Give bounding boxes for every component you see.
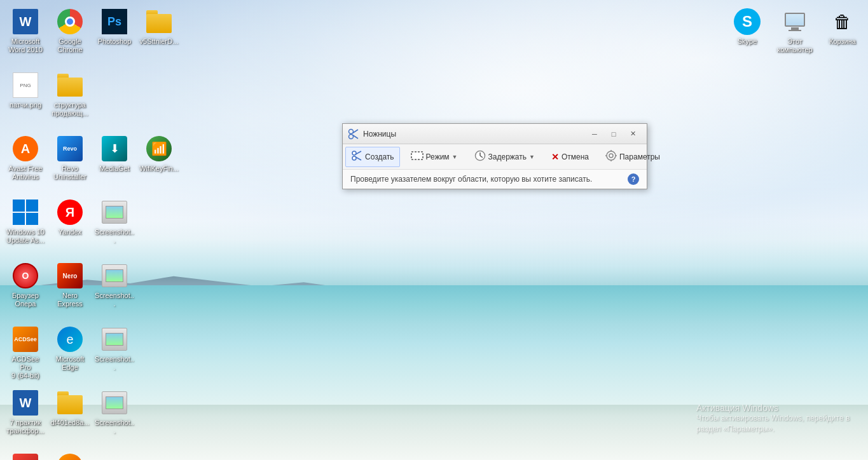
desktop-icon-word[interactable]: W MicrosoftWord 2010 [3,3,48,60]
recycle-icon-img: 🗑 [829,8,856,35]
svg-point-12 [609,154,613,158]
desktop-icon-revo[interactable]: Revo RevoUninstaller [48,130,92,187]
close-button[interactable]: ✕ [624,127,642,141]
desktop-icon-aimp[interactable]: ▶ AIMP [48,448,92,460]
maximize-button[interactable]: □ [605,127,623,141]
icon-grid: W MicrosoftWord 2010 GoogleChrome Ps Pho… [0,0,178,460]
activation-watermark: Активация Windows Чтобы активировать Win… [696,403,855,435]
opera-icon: O [12,262,39,289]
acdsee-icon: ACDSee [12,326,39,353]
screenshot2-icon [101,262,128,289]
desktop-icons-area: W MicrosoftWord 2010 GoogleChrome Ps Pho… [0,0,178,460]
recycle-label: Корзина [829,37,856,46]
cancel-button[interactable]: ✕ Отмена [546,147,595,167]
desktop-icon-wifikeyfin[interactable]: 📶 WifiKeyFin... [137,130,181,187]
mediaget-label: MediaGet [99,165,130,173]
desktop-icon-screenshot4[interactable]: Screenshоt... [92,384,137,442]
desktop-icon-edge[interactable]: e MicrosoftEdge [48,321,92,378]
help-button[interactable]: ? [628,173,639,185]
v5sttni-label: v5SttniегD... [140,37,179,46]
desktop-icon-skype[interactable]: S Skype [725,3,769,60]
create-button[interactable]: Создать [345,147,400,167]
desktop-icon-recycle[interactable]: 🗑 Корзина [820,3,865,60]
desktop-icon-win10update[interactable]: Windows 10Update As... [3,194,48,251]
desktop-icon-yandex[interactable]: Я Yandex [48,194,92,251]
word7-label: 7 практиктрансфор... [6,419,44,435]
svg-point-13 [607,151,616,160]
mode-button[interactable]: Режим ▼ [405,147,464,167]
right-icons-area: S Skype Этоткомпьютер 🗑 Корзина [725,3,865,60]
empty-cell5 [137,321,181,378]
avast-icon: A [12,135,39,162]
v5sttni-icon [146,8,172,35]
snipping-statusbar: Проведите указателем вокруг области, кот… [343,170,647,189]
desktop-icon-screenshot2[interactable]: Screenshоt... [92,257,137,315]
word-label: MicrosoftWord 2010 [8,37,43,54]
window-controls: ─ □ ✕ [586,127,642,141]
edge-label: MicrosoftEdge [56,355,85,372]
desktop-icon-photoshop[interactable]: Ps Photoshop [92,3,137,60]
desktop-icon-chrome[interactable]: GoogleChrome [48,3,92,60]
desktop-icon-struktura[interactable]: структурапродающ... [48,67,92,124]
avast-label: Avast FreeAntivirus [9,165,43,181]
minimize-button[interactable]: ─ [586,127,603,141]
patchi-label: патчи.png [10,101,41,109]
activation-title: Активация Windows [696,403,855,413]
empty-cell2 [137,67,181,124]
snipping-titlebar: Ножницы ─ □ ✕ [343,124,647,144]
aimp-icon: ▶ [57,453,83,460]
snipping-toolbar: Создать Режим ▼ Задержать [343,144,647,170]
screenshot4-icon [101,389,128,416]
yandex-icon: Я [57,199,83,226]
desktop-icon-acdsee[interactable]: ACDSee ACDSee Pro9 (64-bit) [3,321,48,378]
screenshot3-icon [101,326,128,353]
delay-button[interactable]: Задержать ▼ [469,147,541,167]
wifi-icon: 📶 [146,135,172,162]
snipping-title-text: Ножницы [363,130,396,139]
delay-icon [474,150,486,163]
struktura-icon [57,72,83,98]
desktop-icon-screenshot1[interactable]: Screenshot... [92,194,137,251]
opera-label: БраузерОпера [12,292,39,308]
desktop-icon-ccleaner[interactable]: CC CCleaner [3,448,48,460]
mode-label: Режим [426,152,450,161]
desktop-icon-nero[interactable]: Nero Nero Express [48,257,92,315]
revo-label: RevoUninstaller [53,165,86,181]
win10-label: Windows 10Update As... [6,228,45,245]
desktop-icon-df401ed8[interactable]: df401ed8a... [48,384,92,442]
desktop-icon-v5sttni[interactable]: v5SttniегD... [137,3,181,60]
screenshot1-icon [101,199,128,226]
photoshop-icon: Ps [101,8,128,35]
mode-icon [411,151,424,162]
delay-dropdown-arrow: ▼ [529,154,535,160]
struktura-label: структурапродающ... [52,101,88,118]
svg-point-0 [349,129,354,133]
desktop-icon-screenshot3[interactable]: Screenshоt... [92,321,137,378]
screenshot3-label: Screenshоt... [95,355,134,372]
cancel-icon: ✕ [551,152,559,162]
edge-icon: e [57,326,83,353]
desktop-icon-patchi[interactable]: PNG патчи.png [3,67,48,124]
screenshot2-label: Screenshоt... [95,292,134,308]
params-label: Параметры [619,152,660,161]
computer-label: Этоткомпьютер [777,37,812,54]
screenshot4-label: Screenshоt... [95,419,134,435]
empty-cell6 [137,384,181,442]
desktop-icon-computer[interactable]: Этоткомпьютер [773,3,817,60]
params-button[interactable]: Параметры [600,147,666,167]
skype-icon-img: S [734,8,761,35]
desktop-icon-mediaget[interactable]: ⬇ MediaGet [92,130,137,187]
desktop-icon-avast[interactable]: A Avast FreeAntivirus [3,130,48,187]
nero-label: Nero Express [50,292,90,308]
delay-label: Задержать [488,152,527,161]
cancel-label: Отмена [561,152,589,161]
desktop-icon-word7[interactable]: W 7 практиктрансфор... [3,384,48,442]
word-icon: W [12,8,39,35]
desktop-icon-opera[interactable]: O БраузерОпера [3,257,48,315]
scissors-icon [348,128,359,140]
params-icon [605,150,617,163]
nero-icon: Nero [57,262,83,289]
svg-point-1 [349,134,354,139]
create-label: Создать [365,152,394,161]
mediaget-icon: ⬇ [101,135,128,162]
